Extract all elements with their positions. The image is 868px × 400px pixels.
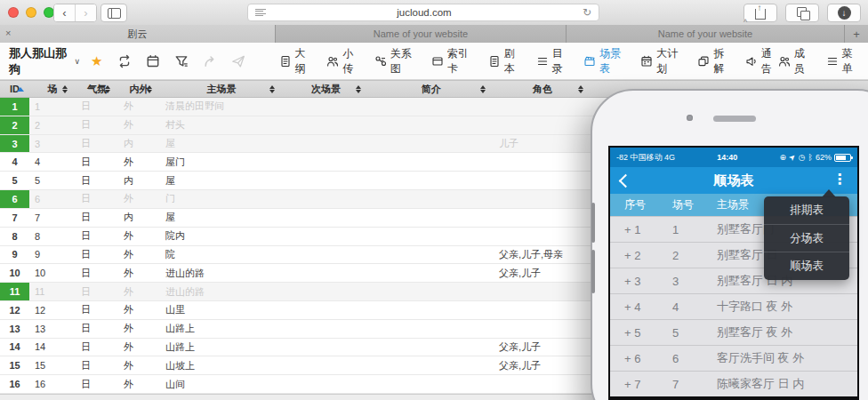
toolbar-item-6[interactable]: 场景表 (583, 46, 625, 76)
row-cell: 外 (118, 320, 160, 338)
row-cell (494, 98, 591, 116)
share-button[interactable] (743, 4, 777, 22)
row-cell: 父亲,儿子,母亲 (494, 246, 591, 264)
sidebar-button[interactable] (100, 4, 127, 22)
phone-table-row[interactable]: + 55别墅客厅 夜 外 (610, 319, 857, 345)
phone-row-cell: 陈曦家客厅 日 内 (717, 376, 857, 392)
row-cell: 院内 (160, 228, 283, 245)
address-bar[interactable]: jucloud.com ↻ (247, 4, 599, 21)
row-cell (369, 228, 494, 245)
column-header-5[interactable]: 次场景 (283, 81, 369, 97)
tab-website-1[interactable]: Name of your website (276, 25, 567, 43)
column-header-1[interactable]: 场 (29, 81, 76, 97)
row-id-cell: 16 (0, 375, 29, 393)
row-cell: 5 (29, 172, 76, 189)
row-cell: 屋 (160, 135, 283, 153)
row-id-cell: 9 (0, 246, 29, 264)
close-window-icon[interactable] (8, 7, 19, 18)
back-button[interactable]: ‹ (54, 4, 75, 21)
row-cell: 内 (118, 135, 160, 153)
row-cell: 2 (29, 116, 76, 134)
downloads-button[interactable]: ↓ (827, 4, 861, 22)
reload-icon[interactable]: ↻ (583, 6, 591, 19)
minimize-window-icon[interactable] (26, 7, 36, 18)
sort-arrows-icon[interactable] (480, 85, 486, 93)
phone-row-cell: 别墅客厅 夜 外 (717, 324, 857, 340)
phone-menu-item-0[interactable]: 排期表 (764, 196, 849, 224)
tab-close-icon[interactable]: × (5, 28, 11, 38)
row-cell: 日 (76, 98, 118, 116)
more-menu-icon[interactable]: ⋮ (832, 171, 847, 188)
phone-table-row[interactable]: + 44十字路口 夜 外 (610, 293, 857, 319)
loop-icon[interactable] (117, 54, 132, 68)
column-header-label: 次场景 (311, 83, 341, 96)
speaker-icon (713, 116, 756, 122)
popover-caret: ^ (743, 18, 747, 27)
tab-jucloud[interactable]: × 剧云 (0, 25, 276, 43)
row-cell: 外 (118, 246, 160, 264)
filter-icon[interactable] (174, 54, 189, 68)
toolbar-item-1[interactable]: 小传 (326, 46, 359, 76)
row-cell: 7 (29, 209, 76, 227)
row-cell (369, 172, 494, 189)
sort-arrows-icon[interactable] (269, 85, 275, 93)
row-cell: 日 (76, 135, 118, 153)
row-cell (369, 356, 494, 374)
toolbar-item-0[interactable]: 大纲 (279, 46, 312, 76)
row-cell (369, 375, 494, 393)
column-header-7[interactable]: 角色 (494, 81, 591, 97)
toolbar-right-item-0[interactable]: 成员 (778, 46, 811, 76)
column-header-2[interactable]: 气氛 (76, 81, 118, 97)
reader-mode-icon[interactable] (255, 9, 266, 17)
toolbar-item-3[interactable]: 索引卡 (431, 46, 473, 76)
row-cell (369, 283, 494, 300)
toolbar-item-7[interactable]: 大计划 (640, 46, 682, 76)
phone-col-num: 场号 (672, 197, 717, 212)
sort-arrows-icon[interactable] (578, 85, 583, 93)
toolbar-item-4[interactable]: 剧本 (488, 46, 521, 76)
toolbar-item-8[interactable]: 拆解 (697, 46, 730, 76)
column-header-6[interactable]: 简介 (369, 81, 494, 97)
row-cell (494, 209, 591, 227)
sort-arrows-icon[interactable] (105, 85, 110, 93)
row-cell: 外 (118, 228, 160, 245)
forward-button[interactable]: › (75, 4, 96, 21)
toolbar-item-label: 场景表 (599, 46, 625, 76)
column-header-0[interactable]: ID (0, 81, 29, 97)
toolbar-item-2[interactable]: 关系图 (374, 46, 416, 76)
phone-menu-item-1[interactable]: 分场表 (764, 224, 849, 252)
sort-arrows-icon[interactable] (147, 85, 152, 93)
new-tab-button[interactable]: + (845, 25, 868, 43)
project-selector[interactable]: 那人那山那狗 ∨ (9, 45, 80, 77)
toolbar-item-label: 拆解 (713, 46, 730, 76)
row-cell: 山路上 (160, 339, 283, 356)
phone-table-row[interactable]: + 66客厅洗手间 夜 外 (610, 345, 857, 371)
toolbar-item-5[interactable]: 目录 (536, 46, 569, 76)
phone-table-row[interactable]: + 77陈曦家客厅 日 内 (610, 371, 857, 396)
toolbar-right-item-1[interactable]: 菜单 (826, 46, 859, 76)
row-cell (369, 153, 494, 171)
star-icon[interactable]: ★ (91, 53, 102, 69)
row-cell (369, 98, 494, 116)
tab-overview-button[interactable] (785, 4, 819, 22)
toolbar-item-label: 菜单 (842, 46, 859, 76)
tab-website-2[interactable]: Name of your website (567, 25, 845, 43)
row-cell (283, 356, 369, 374)
row-cell: 村头 (160, 116, 283, 134)
row-cell: 门 (160, 190, 283, 208)
url-text: jucloud.com (266, 7, 583, 18)
column-header-4[interactable]: 主场景 (160, 81, 283, 97)
phone-menu-item-2[interactable]: 顺场表 (764, 252, 849, 280)
calendar-icon[interactable] (146, 54, 160, 68)
phone-page-title: 顺场表 (610, 172, 857, 189)
sort-arrows-icon[interactable] (62, 85, 68, 93)
redo-icon (203, 54, 217, 68)
row-cell (494, 190, 591, 208)
row-cell: 外 (118, 264, 160, 282)
column-header-3[interactable]: 内外 (118, 81, 160, 97)
sort-arrows-icon[interactable] (356, 85, 361, 93)
row-cell: 外 (118, 356, 160, 374)
toolbar-item-9[interactable]: 通告 (745, 46, 778, 76)
row-id-cell: 14 (0, 339, 29, 356)
row-cell: 16 (29, 375, 76, 393)
